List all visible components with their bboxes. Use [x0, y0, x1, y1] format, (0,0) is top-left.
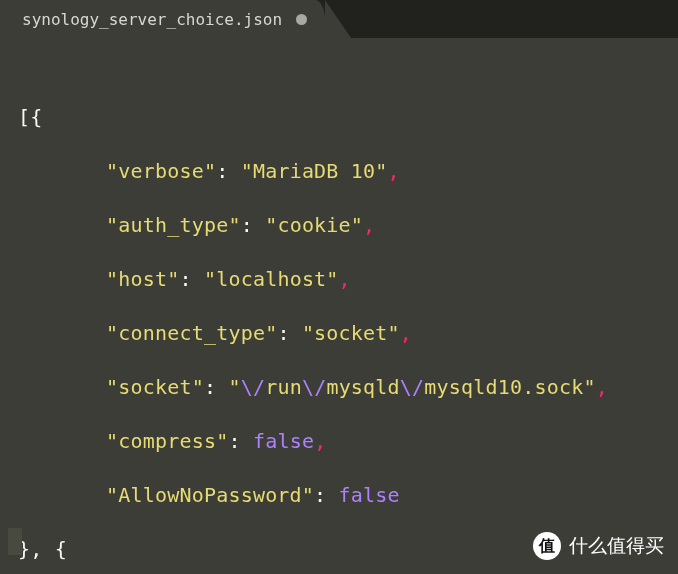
- tab-bar: synology_server_choice.json: [0, 0, 678, 38]
- escape-seq: \/: [302, 375, 326, 399]
- json-key: "auth_type": [106, 213, 241, 237]
- json-boolean: false: [339, 483, 400, 507]
- json-key: "compress": [106, 429, 228, 453]
- json-key: "AllowNoPassword": [106, 483, 314, 507]
- json-string: "localhost": [204, 267, 339, 291]
- json-key: "socket": [106, 375, 204, 399]
- json-boolean: false: [253, 429, 314, 453]
- comma: ,: [388, 159, 400, 183]
- json-key: "host": [106, 267, 179, 291]
- colon: :: [216, 159, 228, 183]
- code-editor[interactable]: [{ "verbose": "MariaDB 10", "auth_type":…: [0, 38, 678, 574]
- unsaved-dot-icon: [296, 14, 307, 25]
- current-line-highlight: [8, 528, 22, 555]
- json-key: "verbose": [106, 159, 216, 183]
- file-tab[interactable]: synology_server_choice.json: [0, 0, 325, 38]
- code-token: [{: [18, 105, 42, 129]
- json-string: "socket": [302, 321, 400, 345]
- escape-seq: \/: [400, 375, 424, 399]
- watermark: 值 什么值得买: [533, 532, 664, 560]
- watermark-badge-icon: 值: [533, 532, 561, 560]
- tab-title: synology_server_choice.json: [22, 10, 282, 29]
- json-string: "MariaDB 10": [241, 159, 388, 183]
- escape-seq: \/: [241, 375, 265, 399]
- watermark-text: 什么值得买: [569, 533, 664, 559]
- code-token: }, {: [18, 537, 67, 561]
- json-string: "cookie": [265, 213, 363, 237]
- json-key: "connect_type": [106, 321, 277, 345]
